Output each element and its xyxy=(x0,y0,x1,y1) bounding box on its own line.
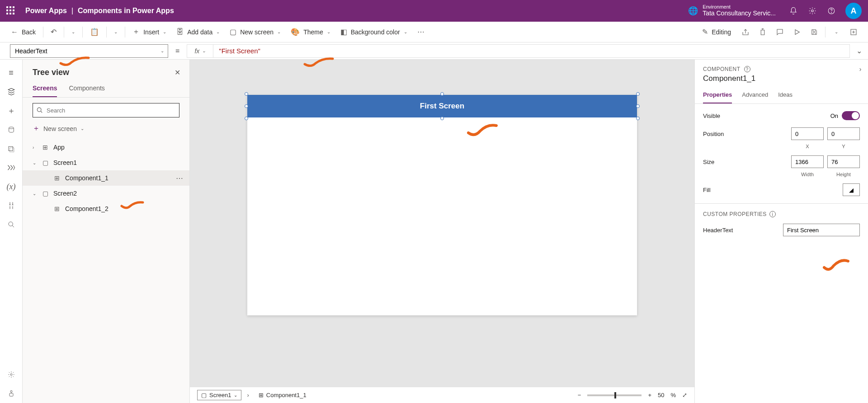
formula-value: "First Screen" xyxy=(219,47,260,55)
svg-point-2 xyxy=(831,12,832,13)
comments-button[interactable] xyxy=(772,24,788,40)
custom-properties-label: CUSTOM PROPERTIES xyxy=(703,211,767,217)
svg-rect-5 xyxy=(9,146,13,150)
new-screen-label: New screen xyxy=(240,28,274,36)
position-x-input[interactable] xyxy=(791,127,824,140)
left-rail: ≡ ＋ (x) xyxy=(0,60,23,403)
more-actions-button[interactable]: ⋯ xyxy=(176,174,183,183)
width-input[interactable] xyxy=(791,155,824,168)
headertext-input[interactable] xyxy=(783,224,860,236)
tree-node-screen1[interactable]: ⌄ ▢ Screen1 xyxy=(23,155,189,170)
svg-point-4 xyxy=(9,127,14,129)
selection-handles[interactable] xyxy=(245,92,640,120)
editing-mode-button[interactable]: ✎Editing xyxy=(697,25,736,39)
breadcrumb-screen[interactable]: ▢ Screen1 ⌄ xyxy=(197,390,241,400)
fx-button[interactable]: fx⌄ xyxy=(187,44,213,58)
tree-node-label: Component1_2 xyxy=(65,205,108,212)
palette-icon: 🎨 xyxy=(291,28,300,36)
paste-button[interactable]: 📋 xyxy=(85,25,104,39)
rail-virtual-agent[interactable] xyxy=(0,384,22,403)
save-menu[interactable]: ⌄ xyxy=(828,24,844,40)
theme-label: Theme xyxy=(303,28,323,36)
notifications-icon[interactable] xyxy=(784,7,803,15)
tree-node-label: Component1_1 xyxy=(65,174,108,182)
breadcrumb-bar: ▢ Screen1 ⌄ › ⊞ Component1_1 − + 50 % ⤢ xyxy=(190,387,694,403)
checker-button[interactable] xyxy=(755,24,771,40)
panel-expand-button[interactable]: › xyxy=(859,66,862,73)
pencil-icon: ✎ xyxy=(702,28,708,36)
undo-menu[interactable]: ⌄ xyxy=(67,27,80,37)
undo-button[interactable]: ↶ xyxy=(46,25,61,39)
insert-button[interactable]: ＋Insert⌄ xyxy=(128,24,171,39)
rail-settings[interactable] xyxy=(0,365,22,384)
new-screen-label: New screen xyxy=(43,125,77,132)
position-y-input[interactable] xyxy=(827,127,860,140)
tree-node-component1-2[interactable]: ⊞ Component1_2 xyxy=(23,201,189,216)
rail-data[interactable] xyxy=(0,120,22,139)
rail-advanced-tools[interactable] xyxy=(0,196,22,215)
rail-tree-view[interactable] xyxy=(0,82,22,101)
formula-input[interactable]: "First Screen" xyxy=(213,44,850,58)
zoom-unit: % xyxy=(670,392,676,398)
app-title: Components in Power Apps xyxy=(78,7,174,15)
bgcolor-button[interactable]: ◧Background color⌄ xyxy=(336,25,412,39)
rail-hamburger[interactable]: ≡ xyxy=(0,63,22,82)
tab-screens[interactable]: Screens xyxy=(33,81,57,97)
close-panel-button[interactable]: ✕ xyxy=(175,68,180,77)
chevron-down-icon: ⌄ xyxy=(114,29,118,34)
breadcrumb-component[interactable]: ⊞ Component1_1 xyxy=(255,390,311,400)
rail-power-automate[interactable] xyxy=(0,158,22,177)
fit-to-screen-button[interactable]: ⤢ xyxy=(682,392,687,398)
publish-button[interactable] xyxy=(845,24,862,40)
visible-value-text: On xyxy=(830,112,838,119)
tab-ideas[interactable]: Ideas xyxy=(778,88,793,103)
more-commands-button[interactable]: ⋯ xyxy=(413,25,429,39)
height-input[interactable] xyxy=(827,155,860,168)
tab-components[interactable]: Components xyxy=(69,81,104,97)
svg-point-0 xyxy=(811,10,814,12)
theme-button[interactable]: 🎨Theme⌄ xyxy=(286,25,335,39)
back-button[interactable]: ←Back xyxy=(6,25,40,39)
rail-search[interactable] xyxy=(0,215,22,234)
property-selector[interactable]: HeaderText ⌄ xyxy=(10,44,168,58)
tab-advanced[interactable]: Advanced xyxy=(742,88,768,103)
chevron-down-icon: ⌄ xyxy=(277,29,281,34)
fill-color-button[interactable]: ◢ xyxy=(843,183,860,196)
chevron-down-icon: ⌄ xyxy=(835,29,838,34)
info-icon[interactable]: ? xyxy=(744,66,750,72)
tree-node-screen2[interactable]: ⌄ ▢ Screen2 xyxy=(23,186,189,201)
tree-node-label: App xyxy=(53,144,65,151)
tree-node-label: Screen2 xyxy=(53,190,77,197)
tree-search-input[interactable] xyxy=(33,103,179,117)
zoom-out-button[interactable]: − xyxy=(578,392,581,398)
rail-media[interactable] xyxy=(0,139,22,158)
paste-menu[interactable]: ⌄ xyxy=(109,27,122,37)
zoom-in-button[interactable]: + xyxy=(648,392,651,398)
tree-node-app[interactable]: › ⊞ App xyxy=(23,140,189,155)
rail-variables[interactable]: (x) xyxy=(0,177,22,196)
tree-node-component1-1[interactable]: ⊞ Component1_1 ⋯ xyxy=(23,170,189,186)
share-button[interactable] xyxy=(737,24,754,40)
environment-name: Tata Consultancy Servic... xyxy=(703,9,776,17)
preview-button[interactable] xyxy=(789,24,805,40)
add-data-button[interactable]: 🗄Add data⌄ xyxy=(172,25,224,39)
canvas-area[interactable]: First Screen xyxy=(190,60,694,387)
rail-insert[interactable]: ＋ xyxy=(0,101,22,120)
save-button[interactable] xyxy=(806,24,822,40)
screen-artboard[interactable]: First Screen xyxy=(247,95,637,315)
chevron-down-icon: ⌄ xyxy=(202,48,206,53)
zoom-slider[interactable] xyxy=(587,394,642,396)
new-screen-button[interactable]: ▢New screen⌄ xyxy=(225,25,285,39)
user-avatar[interactable]: A xyxy=(845,3,862,19)
svg-point-10 xyxy=(10,390,12,392)
info-icon[interactable]: i xyxy=(769,211,776,217)
formula-expand-button[interactable]: ⌄ xyxy=(850,47,868,55)
tab-properties[interactable]: Properties xyxy=(703,88,732,103)
new-screen-button[interactable]: ＋ New screen ⌄ xyxy=(23,120,189,137)
app-launcher-icon[interactable] xyxy=(6,6,15,15)
visible-toggle[interactable] xyxy=(842,111,860,120)
help-icon[interactable] xyxy=(822,7,841,15)
width-sublabel: Width xyxy=(791,172,824,177)
environment-picker[interactable]: 🌐 Environment Tata Consultancy Servic... xyxy=(688,5,776,17)
settings-icon[interactable] xyxy=(803,7,822,15)
